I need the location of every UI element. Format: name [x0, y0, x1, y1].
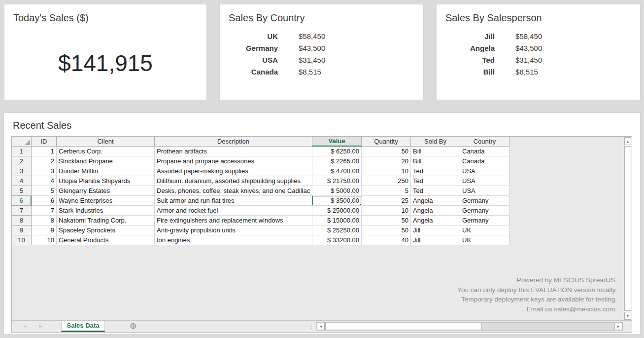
- cell-country[interactable]: Canada: [460, 156, 509, 166]
- cell-country[interactable]: Canada: [460, 147, 509, 156]
- cell-id[interactable]: 5: [32, 186, 57, 196]
- cell-value[interactable]: $ 25250.00: [312, 225, 362, 235]
- cell-sold_by[interactable]: Ted: [411, 166, 460, 176]
- cell-id[interactable]: 10: [32, 235, 57, 245]
- cell-id[interactable]: 7: [32, 206, 57, 216]
- cell-country[interactable]: USA: [460, 176, 509, 186]
- cell-client[interactable]: Utopia Planitia Shipyards: [57, 176, 155, 186]
- cell-id[interactable]: 8: [32, 216, 57, 225]
- row-header[interactable]: 4: [12, 176, 32, 186]
- cell-country[interactable]: USA: [460, 186, 509, 196]
- cell-value[interactable]: $ 21750.00: [312, 176, 362, 186]
- cell-id[interactable]: 9: [32, 225, 57, 235]
- row-header[interactable]: 3: [12, 166, 32, 176]
- select-all-corner[interactable]: [12, 137, 32, 147]
- column-header-description[interactable]: Description: [155, 137, 312, 147]
- column-header-country[interactable]: Country: [460, 137, 509, 147]
- vertical-scroll-thumb[interactable]: [624, 146, 631, 311]
- cell-country[interactable]: USA: [460, 166, 509, 176]
- cell-client[interactable]: General Products: [57, 235, 155, 245]
- cell-id[interactable]: 6: [32, 196, 57, 206]
- cell-sold_by[interactable]: Angela: [411, 216, 460, 225]
- cell-value[interactable]: $ 4700.00: [312, 166, 362, 176]
- cell-description[interactable]: Anti-gravity propulsion units: [155, 225, 312, 235]
- cell-country[interactable]: UK: [460, 225, 509, 235]
- scroll-right-button[interactable]: ►: [614, 323, 622, 330]
- cell-description[interactable]: Propane and propane accessories: [155, 156, 312, 166]
- row-header[interactable]: 1: [12, 147, 32, 156]
- horizontal-scrollbar[interactable]: ◄ ►: [316, 322, 623, 331]
- cell-country[interactable]: Germany: [460, 216, 509, 225]
- column-header-client[interactable]: Client: [57, 137, 155, 147]
- row-header[interactable]: 8: [12, 216, 32, 225]
- scroll-up-button[interactable]: ▲: [624, 137, 631, 145]
- cell-client[interactable]: Cerberus Corp.: [57, 147, 155, 156]
- cell-sold_by[interactable]: Ted: [411, 186, 460, 196]
- cell-sold_by[interactable]: Bill: [411, 156, 460, 166]
- cell-sold_by[interactable]: Angela: [411, 206, 460, 216]
- cell-client[interactable]: Glengarry Estates: [57, 186, 155, 196]
- cell-quantity[interactable]: 50: [362, 225, 411, 235]
- tab-sales-data[interactable]: Sales Data: [61, 321, 105, 332]
- cell-quantity[interactable]: 5: [362, 186, 411, 196]
- cell-quantity[interactable]: 50: [362, 216, 411, 225]
- cell-id[interactable]: 4: [32, 176, 57, 186]
- cell-id[interactable]: 1: [32, 147, 57, 156]
- scroll-down-button[interactable]: ▼: [624, 312, 631, 320]
- cell-description[interactable]: Prothean artifacts: [155, 147, 312, 156]
- horizontal-scroll-thumb[interactable]: [325, 323, 482, 330]
- cell-value[interactable]: $ 25000.00: [312, 206, 362, 216]
- cell-country[interactable]: UK: [460, 235, 509, 245]
- row-header[interactable]: 6: [12, 196, 32, 206]
- cell-quantity[interactable]: 10: [362, 206, 411, 216]
- cell-client[interactable]: Nakatomi Trading Corp.: [57, 216, 155, 225]
- column-header-quantity[interactable]: Quantity: [362, 137, 411, 147]
- cell-client[interactable]: Wayne Enterprises: [57, 196, 155, 206]
- row-header[interactable]: 5: [12, 186, 32, 196]
- cell-client[interactable]: Dunder Mifflin: [57, 166, 155, 176]
- cell-id[interactable]: 2: [32, 156, 57, 166]
- cell-quantity[interactable]: 250: [362, 176, 411, 186]
- row-header[interactable]: 7: [12, 206, 32, 216]
- cell-description[interactable]: Desks, phones, coffee, steak knives, and…: [155, 186, 312, 196]
- cell-description[interactable]: Suit armor and run-flat tires: [155, 196, 312, 206]
- cell-quantity[interactable]: 40: [362, 235, 411, 245]
- row-header[interactable]: 2: [12, 156, 32, 166]
- cell-value[interactable]: $ 33200.00: [312, 235, 362, 245]
- cell-description[interactable]: Armor and rocket fuel: [155, 206, 312, 216]
- cell-sold_by[interactable]: Bill: [411, 147, 460, 156]
- cell-quantity[interactable]: 25: [362, 196, 411, 206]
- cell-sold_by[interactable]: Angela: [411, 196, 460, 206]
- cell-sold_by[interactable]: Jill: [411, 235, 460, 245]
- column-header-sold_by[interactable]: Sold By: [411, 137, 460, 147]
- cell-value[interactable]: $ 3500.00: [312, 196, 362, 206]
- cell-quantity[interactable]: 20: [362, 156, 411, 166]
- cell-description[interactable]: Fire extinguishers and replacement windo…: [155, 216, 312, 225]
- cell-description[interactable]: Assorted paper-making supplies: [155, 166, 312, 176]
- tabstrip-resize-handle[interactable]: ⋮: [308, 321, 314, 332]
- cell-value[interactable]: $ 5000.00: [312, 186, 362, 196]
- cell-sold_by[interactable]: Jill: [411, 225, 460, 235]
- column-header-id[interactable]: ID: [32, 137, 57, 147]
- prev-sheet-button[interactable]: ◄: [23, 321, 27, 332]
- cell-value[interactable]: $ 2265.00: [312, 156, 362, 166]
- cell-client[interactable]: Stark Industries: [57, 206, 155, 216]
- cell-country[interactable]: Germany: [460, 206, 509, 216]
- cell-client[interactable]: Spaceley Sprockets: [57, 225, 155, 235]
- cell-id[interactable]: 3: [32, 166, 57, 176]
- next-sheet-button[interactable]: ►: [38, 321, 43, 332]
- cell-quantity[interactable]: 10: [362, 166, 411, 176]
- add-sheet-button[interactable]: ⊕: [130, 321, 136, 332]
- row-header[interactable]: 10: [12, 235, 32, 245]
- cell-country[interactable]: Germany: [460, 196, 509, 206]
- cell-client[interactable]: Strickland Propane: [57, 156, 155, 166]
- cell-value[interactable]: $ 15000.00: [312, 216, 362, 225]
- cell-description[interactable]: Ion engines: [155, 235, 312, 245]
- cell-sold_by[interactable]: Ted: [411, 176, 460, 186]
- cell-description[interactable]: Dilithium, duranium, assorted shipbuildi…: [155, 176, 312, 186]
- scroll-left-button[interactable]: ◄: [317, 323, 325, 330]
- column-header-value[interactable]: Value: [312, 137, 362, 147]
- row-header[interactable]: 9: [12, 225, 32, 235]
- vertical-scrollbar[interactable]: ▲ ▼: [623, 137, 632, 320]
- cell-quantity[interactable]: 50: [362, 147, 411, 156]
